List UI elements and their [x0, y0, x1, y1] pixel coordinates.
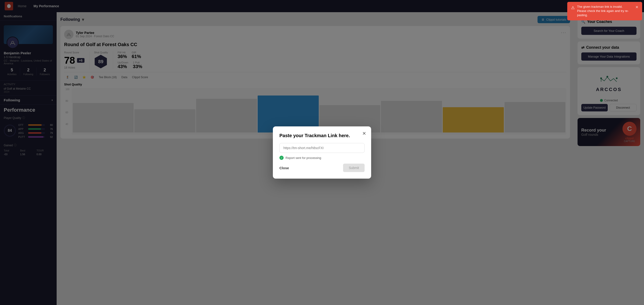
trackman-link-input[interactable]	[280, 143, 364, 153]
trackman-modal: Paste your Trackman Link here. ✕ ✓ Repor…	[273, 126, 371, 178]
modal-overlay: Paste your Trackman Link here. ✕ ✓ Repor…	[0, 0, 644, 305]
toast-message: The given trackman link is invalid. Plea…	[577, 5, 631, 18]
error-toast: ⚠ The given trackman link is invalid. Pl…	[567, 2, 642, 20]
modal-actions: Close Submit	[280, 164, 364, 172]
success-check-icon: ✓	[280, 156, 284, 160]
success-text: Report sent for processing	[286, 156, 321, 160]
modal-close-button[interactable]: Close	[280, 166, 289, 170]
modal-title: Paste your Trackman Link here.	[280, 133, 364, 138]
modal-success-message: ✓ Report sent for processing	[280, 156, 364, 160]
toast-close-button[interactable]: ✕	[635, 5, 638, 10]
modal-close-x-button[interactable]: ✕	[361, 130, 368, 137]
modal-submit-button[interactable]: Submit	[343, 164, 364, 172]
